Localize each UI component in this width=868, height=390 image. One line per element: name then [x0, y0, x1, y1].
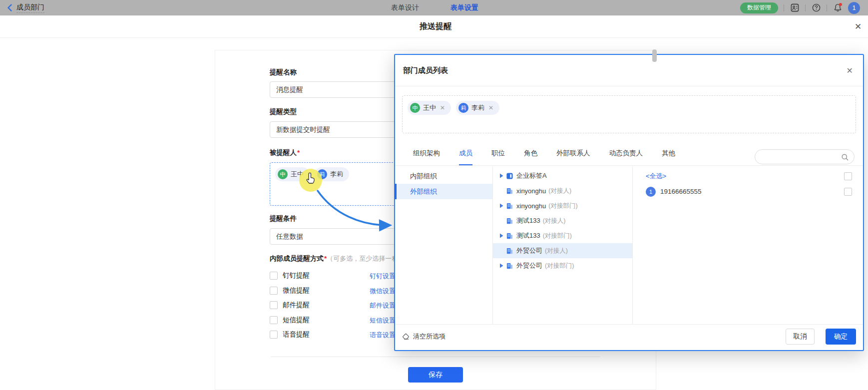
- divider: [827, 4, 827, 11]
- modal-footer: 清空所选项 取消 确定: [395, 323, 863, 350]
- expand-arrow-icon[interactable]: [498, 233, 505, 238]
- member-name: 19166665555: [660, 188, 702, 195]
- avatar: 莉: [458, 103, 468, 113]
- selected-member-name: 王中: [423, 103, 436, 112]
- divider: [805, 4, 806, 11]
- recipient-label: 被提醒人*: [270, 148, 300, 157]
- topbar: 成员部门 表单设计 表单设置 数据管理 1: [0, 0, 868, 15]
- picker-content: 内部组织 外部组织 企业标签A xinyonghu (对接人): [395, 166, 863, 325]
- tab-form-design[interactable]: 表单设计: [391, 0, 419, 15]
- screen: 成员部门 表单设计 表单设置 数据管理 1 推送提醒 ✕ 提醒名称: [0, 0, 868, 390]
- tree-item-test133-contact[interactable]: 测试133 (对接人): [493, 213, 632, 228]
- member-list-panel: <全选> 1 19166665555: [633, 166, 863, 324]
- tab-members[interactable]: 成员: [459, 142, 472, 165]
- sms-checkbox[interactable]: [270, 316, 278, 324]
- topbar-actions: 数据管理 1: [740, 0, 860, 15]
- tab-external-contacts[interactable]: 外部联系人: [556, 142, 590, 165]
- data-manage-button[interactable]: 数据管理: [740, 2, 778, 13]
- dingtalk-settings-link[interactable]: 钉钉设置: [370, 272, 396, 281]
- remove-tag-icon[interactable]: ✕: [440, 104, 445, 111]
- tab-other[interactable]: 其他: [662, 142, 675, 165]
- expand-arrow-icon[interactable]: [498, 263, 505, 268]
- org-group-internal[interactable]: 内部组织: [395, 168, 492, 184]
- remove-tag-icon[interactable]: ✕: [488, 104, 493, 111]
- clear-icon: [402, 333, 410, 341]
- scrollbar-thumb[interactable]: [652, 49, 657, 62]
- tab-org-structure[interactable]: 组织架构: [413, 142, 440, 165]
- search-icon: [841, 153, 849, 161]
- tree-item-test133-dept[interactable]: 测试133 (对接部门): [493, 228, 632, 243]
- member-search-box: [755, 149, 855, 164]
- tab-form-settings[interactable]: 表单设置: [450, 0, 478, 15]
- tree-item-xinyonghu-contact[interactable]: xinyonghu (对接人): [493, 183, 632, 198]
- expand-arrow-icon[interactable]: [498, 173, 505, 178]
- recipient-tag-name: 王中: [291, 170, 304, 179]
- method-row-email: 邮件提醒: [270, 301, 310, 310]
- form-name-label[interactable]: 成员部门: [16, 3, 44, 13]
- recipient-tag[interactable]: 中 王中: [275, 167, 310, 181]
- select-all-checkbox[interactable]: [844, 172, 852, 180]
- wechat-settings-link[interactable]: 微信设置: [370, 287, 396, 296]
- building-icon: [506, 262, 513, 270]
- voice-checkbox[interactable]: [270, 331, 278, 339]
- avatar: 中: [278, 169, 288, 179]
- divider: [784, 4, 784, 11]
- save-button[interactable]: 保存: [408, 367, 463, 383]
- page-close-icon[interactable]: ✕: [855, 21, 862, 32]
- required-asterisk: *: [297, 149, 300, 156]
- selected-member-tag[interactable]: 莉 李莉 ✕: [456, 101, 499, 115]
- condition-label: 提醒条件: [270, 214, 297, 223]
- reminder-name-label: 提醒名称: [270, 68, 297, 77]
- recipient-tag[interactable]: 莉 李莉: [315, 167, 349, 181]
- tab-dynamic-owner[interactable]: 动态负责人: [609, 142, 643, 165]
- building-icon: [506, 232, 513, 240]
- notification-dot: [839, 3, 842, 6]
- tab-positions[interactable]: 职位: [491, 142, 505, 165]
- cancel-button[interactable]: 取消: [786, 329, 815, 345]
- email-settings-link[interactable]: 邮件设置: [370, 301, 396, 310]
- notification-bell-icon[interactable]: [833, 3, 843, 13]
- selected-member-tag[interactable]: 中 王中 ✕: [408, 101, 451, 115]
- selected-members-area: 中 王中 ✕ 莉 李莉 ✕: [402, 95, 856, 133]
- reminder-type-label: 提醒类型: [270, 107, 297, 116]
- avatar: 莉: [317, 169, 327, 179]
- tree-item-xinyonghu-dept[interactable]: xinyonghu (对接部门): [493, 198, 632, 213]
- org-tree-panel: 企业标签A xinyonghu (对接人) xinyonghu (对接部门): [493, 166, 633, 324]
- building-icon: [506, 217, 513, 225]
- confirm-button[interactable]: 确定: [826, 329, 856, 345]
- expand-arrow-icon[interactable]: [498, 203, 505, 208]
- method-row-dingtalk: 钉钉提醒: [270, 271, 310, 280]
- tree-item-waimao-contact[interactable]: 外贸公司 (对接人): [493, 243, 632, 258]
- building-icon: [506, 247, 513, 255]
- select-all-row: <全选>: [633, 168, 863, 184]
- voice-settings-link[interactable]: 语音设置: [370, 331, 396, 340]
- search-input[interactable]: [762, 150, 841, 163]
- org-group-panel: 内部组织 外部组织: [395, 166, 493, 324]
- org-group-external[interactable]: 外部组织: [395, 184, 492, 199]
- dialog-header: 推送提醒 ✕: [0, 15, 868, 38]
- clear-selection-button[interactable]: 清空所选项: [402, 332, 445, 341]
- modal-close-icon[interactable]: ✕: [847, 66, 853, 75]
- email-checkbox[interactable]: [270, 301, 278, 309]
- dingtalk-checkbox[interactable]: [270, 272, 278, 280]
- tab-roles[interactable]: 角色: [524, 142, 537, 165]
- contacts-icon[interactable]: [790, 3, 800, 13]
- user-avatar[interactable]: 1: [848, 2, 860, 14]
- divider: [395, 86, 863, 86]
- method-row-voice: 语音提醒: [270, 330, 310, 339]
- member-checkbox[interactable]: [844, 188, 852, 196]
- select-all-link[interactable]: <全选>: [646, 172, 666, 181]
- tree-item-tag-a[interactable]: 企业标签A: [493, 168, 632, 183]
- back-button[interactable]: 成员部门: [7, 0, 44, 15]
- member-row[interactable]: 1 19166665555: [633, 184, 863, 199]
- help-icon[interactable]: [811, 3, 821, 13]
- building-icon: [506, 187, 513, 195]
- wechat-checkbox[interactable]: [270, 287, 278, 295]
- method-row-sms: 短信提醒: [270, 316, 310, 325]
- page-title: 推送提醒: [420, 21, 451, 32]
- avatar: 中: [410, 103, 420, 113]
- member-avatar: 1: [646, 187, 656, 197]
- method-row-wechat: 微信提醒: [270, 286, 310, 295]
- sms-settings-link[interactable]: 短信设置: [370, 316, 396, 325]
- tree-item-waimao-dept[interactable]: 外贸公司 (对接部门): [493, 258, 632, 273]
